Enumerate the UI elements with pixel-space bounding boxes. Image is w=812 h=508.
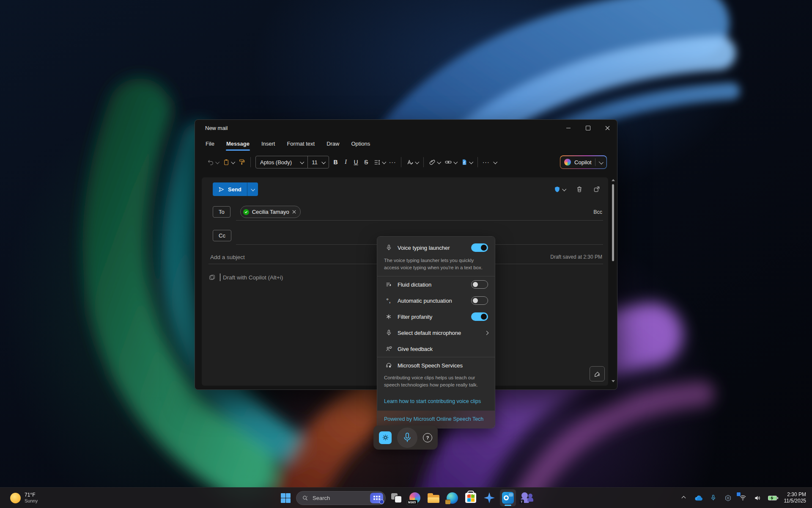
fluid-dictation-row[interactable]: Fluid dictation (377, 276, 495, 293)
voice-typing-mic-button[interactable] (397, 428, 417, 448)
taskbar-m365-copilot-button[interactable]: M365 (407, 489, 423, 506)
taskbar-clock[interactable]: 2:30 PM 11/5/2025 (781, 491, 809, 504)
speech-services-icon (384, 362, 393, 369)
font-name-select[interactable]: Aptos (Body) (256, 156, 308, 168)
attach-file-button[interactable] (427, 159, 442, 166)
discard-button[interactable] (574, 186, 585, 193)
strikethrough-button[interactable]: S (361, 158, 371, 166)
select-default-microphone-row[interactable]: Select default microphone (377, 325, 495, 341)
remove-recipient-button[interactable] (292, 210, 296, 214)
titlebar[interactable]: New mail (195, 120, 617, 136)
onedrive-tray-button[interactable] (692, 490, 705, 505)
signature-button[interactable] (459, 159, 475, 166)
window-controls (559, 120, 617, 136)
more-options-button[interactable]: ··· (481, 159, 491, 166)
taskbar-teams-button[interactable]: T (518, 489, 535, 506)
taskbar-file-explorer-button[interactable] (425, 489, 442, 506)
menu-format-text[interactable]: Format text (286, 137, 315, 151)
recipient-chip[interactable]: Cecilia Tamayo (240, 206, 301, 218)
scrollbar-thumb[interactable] (612, 184, 614, 261)
taskbar-store-button[interactable] (463, 489, 479, 506)
start-button[interactable] (277, 489, 294, 506)
wifi-tray-button[interactable] (736, 490, 750, 505)
collapse-ribbon-button[interactable] (491, 161, 499, 164)
scroll-down-arrow[interactable] (612, 380, 615, 382)
font-controls: Aptos (Body) 11 (255, 156, 329, 168)
battery-tray-button[interactable] (766, 490, 779, 505)
menu-options[interactable]: Options (351, 137, 370, 151)
bcc-button[interactable]: Bcc (593, 209, 602, 215)
search-box[interactable]: Search (296, 491, 386, 505)
send-row: Send (213, 182, 602, 196)
font-size-select[interactable]: 11 (308, 156, 329, 168)
to-button[interactable]: To (213, 206, 230, 218)
chevron-down-icon (562, 187, 566, 191)
undo-icon (207, 159, 214, 166)
automatic-punctuation-toggle[interactable] (471, 296, 488, 305)
taskbar-center: Search M365 (277, 488, 535, 508)
menu-insert[interactable]: Insert (261, 137, 276, 151)
taskbar-app-button[interactable] (481, 489, 497, 506)
give-feedback-row[interactable]: Give feedback (377, 341, 495, 357)
send-options-button[interactable] (247, 182, 258, 196)
voice-typing-settings-panel: Voice typing launcher The voice typing l… (377, 236, 495, 428)
hidden-icons-button[interactable] (677, 490, 691, 505)
format-painter-button[interactable] (236, 159, 247, 166)
message-body[interactable]: Draft with Copilot (Alt+i) (208, 273, 283, 281)
italic-button[interactable]: I (341, 158, 351, 166)
close-button[interactable] (598, 120, 617, 136)
scrollbar[interactable] (611, 178, 616, 384)
automatic-punctuation-row[interactable]: °, Automatic punctuation (377, 293, 495, 309)
copilot-button[interactable]: Copilot (560, 155, 607, 169)
menu-message[interactable]: Message (226, 137, 250, 151)
voice-typing-launcher-toggle[interactable] (471, 243, 488, 252)
minimize-button[interactable] (559, 120, 578, 136)
scroll-up-arrow[interactable] (612, 179, 615, 181)
cc-button[interactable]: Cc (213, 230, 231, 241)
line-spacing-button[interactable] (371, 159, 387, 166)
text-styles-button[interactable] (404, 159, 420, 166)
send-split-button: Send (213, 182, 258, 196)
insert-link-button[interactable] (442, 159, 459, 166)
voice-typing-launcher-row[interactable]: Voice typing launcher (377, 239, 495, 256)
contribute-voice-clips-link[interactable]: Learn how to start contributing voice cl… (384, 398, 481, 404)
voice-settings-button[interactable] (379, 431, 392, 444)
filter-profanity-row[interactable]: Filter profanity (377, 309, 495, 325)
undo-button[interactable] (205, 159, 221, 166)
powered-by-link[interactable]: Powered by Microsoft Online Speech Tech (384, 416, 483, 422)
speech-services-description: Contributing voice clips helps us teach … (377, 373, 495, 393)
voice-typing-help-button[interactable]: ? (423, 433, 432, 442)
open-in-new-window-button[interactable] (591, 186, 602, 193)
weather-widget[interactable]: 71°F Sunny (7, 488, 41, 508)
desktop: New mail File Message Insert Format text… (0, 0, 812, 508)
task-view-icon (391, 493, 401, 502)
paste-button[interactable] (221, 159, 236, 166)
paperclip-icon (429, 159, 436, 166)
sensitivity-button[interactable] (551, 186, 568, 193)
taskbar-edge-button[interactable] (444, 489, 460, 506)
more-paragraph-button[interactable]: ··· (387, 159, 398, 166)
mixed-reality-tray-button[interactable] (721, 490, 735, 505)
draw-tool-button[interactable] (590, 366, 605, 381)
maximize-button[interactable] (578, 120, 598, 136)
subject-input[interactable]: Add a subject (210, 254, 245, 260)
voice-typing-toolbar: ? (373, 425, 438, 450)
gear-icon (382, 434, 389, 441)
volume-tray-button[interactable] (751, 490, 765, 505)
menu-file[interactable]: File (205, 137, 215, 151)
volume-icon (754, 495, 761, 501)
sunny-icon (10, 493, 21, 503)
fluid-dictation-icon (384, 281, 393, 288)
underline-button[interactable]: U (351, 158, 361, 166)
fluid-dictation-toggle[interactable] (471, 280, 488, 289)
blue-star-app-icon (484, 492, 495, 503)
filter-profanity-toggle[interactable] (471, 312, 488, 321)
taskbar-outlook-button[interactable] (500, 489, 516, 506)
send-button[interactable]: Send (213, 182, 247, 196)
toolbar-divider (401, 157, 401, 167)
task-view-button[interactable] (388, 489, 404, 506)
menu-draw[interactable]: Draw (326, 137, 340, 151)
bold-button[interactable]: B (331, 158, 341, 166)
clock-date: 11/5/2025 (784, 498, 807, 504)
microphone-in-use-tray-icon[interactable] (707, 490, 720, 505)
